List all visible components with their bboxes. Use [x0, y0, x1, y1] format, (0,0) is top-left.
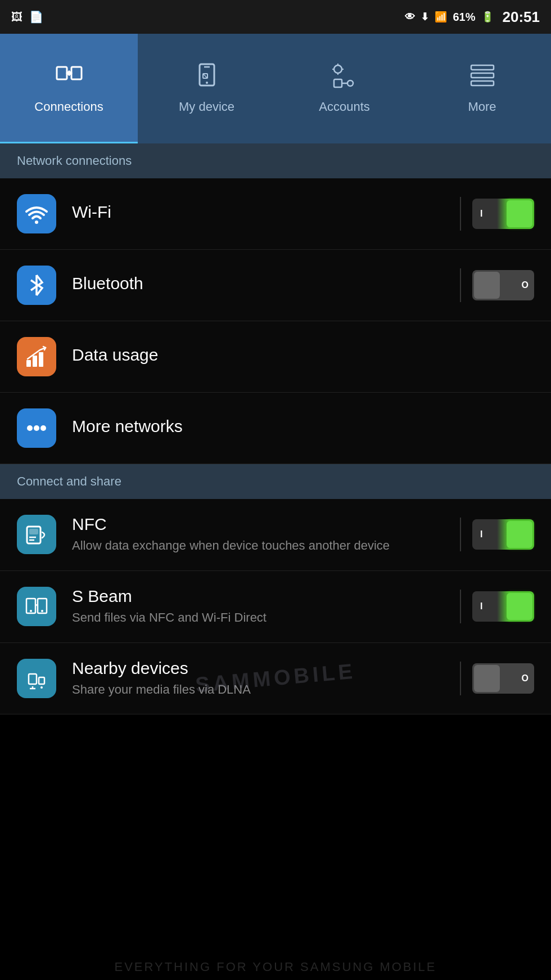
nearby-devices-subtitle: Share your media files via DLNA	[72, 681, 449, 699]
tab-connections[interactable]: Connections	[0, 34, 138, 143]
nfc-divider	[460, 518, 461, 551]
sbeam-content: S Beam Send files via NFC and Wi-Fi Dire…	[72, 587, 449, 627]
svg-point-40	[40, 686, 43, 689]
sbeam-divider	[460, 590, 461, 623]
svg-rect-22	[33, 356, 37, 367]
svg-rect-16	[471, 65, 494, 70]
bluetooth-divider	[460, 268, 461, 302]
nearby-devices-toggle-thumb	[474, 665, 500, 692]
more-icon	[468, 61, 496, 95]
sbeam-toggle-track: I	[472, 591, 534, 622]
status-bar-right-icons: 👁 ⬇ 📶 61% 🔋 20:51	[405, 8, 540, 26]
data-usage-content: Data usage	[72, 345, 534, 368]
status-bar: 🖼 📄 👁 ⬇ 📶 61% 🔋 20:51	[0, 0, 551, 34]
svg-rect-37	[39, 677, 44, 684]
tab-more[interactable]: More	[413, 34, 551, 143]
bluetooth-toggle-label: O	[522, 280, 529, 290]
tab-more-label: More	[468, 100, 496, 114]
battery-icon: 🔋	[481, 11, 494, 23]
wifi-toggle-label: I	[480, 209, 482, 219]
status-bar-left-icons: 🖼 📄	[11, 10, 43, 24]
svg-point-25	[34, 425, 39, 431]
data-usage-title: Data usage	[72, 345, 534, 365]
bluetooth-icon	[17, 266, 56, 305]
svg-point-19	[35, 221, 38, 224]
bluetooth-toggle[interactable]: O	[472, 270, 534, 300]
more-networks-content: More networks	[72, 417, 534, 439]
nfc-icon	[17, 515, 56, 554]
nearby-devices-title: Nearby devices	[72, 659, 449, 678]
tab-bar: Connections My device	[0, 34, 551, 143]
bluetooth-toggle-thumb	[474, 272, 500, 299]
bluetooth-content: Bluetooth	[72, 274, 449, 296]
bluetooth-toggle-track: O	[472, 270, 534, 300]
nearby-devices-toggle-track: O	[472, 663, 534, 694]
wifi-content: Wi-Fi	[72, 203, 449, 225]
wifi-divider	[460, 197, 461, 231]
my-device-icon	[193, 61, 221, 95]
wifi-row[interactable]: Wi-Fi I	[0, 178, 551, 250]
eye-icon: 👁	[405, 11, 415, 23]
nearby-devices-toggle[interactable]: O	[472, 663, 534, 694]
nearby-devices-toggle-label: O	[522, 673, 529, 684]
more-networks-title: More networks	[72, 417, 534, 436]
sbeam-row[interactable]: S Beam Send files via NFC and Wi-Fi Dire…	[0, 571, 551, 643]
bluetooth-row[interactable]: Bluetooth O	[0, 250, 551, 321]
tab-accounts-label: Accounts	[319, 100, 370, 114]
download-icon: ⬇	[421, 11, 429, 23]
svg-point-26	[40, 425, 46, 431]
signal-icon: 📶	[435, 11, 447, 23]
sbeam-toggle-thumb	[507, 593, 532, 620]
sbeam-toggle-label: I	[480, 601, 482, 612]
tab-my-device-label: My device	[179, 100, 234, 114]
section-header-network: Network connections	[0, 143, 551, 178]
wifi-toggle[interactable]: I	[472, 199, 534, 229]
nfc-content: NFC Allow data exchange when device touc…	[72, 515, 449, 555]
svg-rect-36	[29, 674, 37, 684]
accounts-icon	[331, 61, 359, 95]
watermark: EVERYTHING FOR YOUR SAMSUNG MOBILE	[0, 954, 551, 980]
nfc-toggle[interactable]: I	[472, 519, 534, 550]
file-icon: 📄	[29, 10, 43, 24]
more-networks-icon	[17, 408, 56, 448]
svg-rect-18	[471, 81, 494, 86]
bluetooth-title: Bluetooth	[72, 274, 449, 293]
sbeam-toggle[interactable]: I	[472, 591, 534, 622]
nfc-title: NFC	[72, 515, 449, 534]
svg-point-5	[206, 82, 208, 84]
nfc-row[interactable]: NFC Allow data exchange when device touc…	[0, 499, 551, 571]
nfc-subtitle: Allow data exchange when device touches …	[72, 537, 449, 555]
svg-rect-23	[39, 352, 43, 367]
svg-point-24	[27, 425, 33, 431]
nearby-devices-divider	[460, 662, 461, 695]
wifi-toggle-thumb	[507, 200, 532, 227]
svg-point-34	[30, 610, 32, 612]
svg-rect-28	[29, 529, 38, 534]
svg-point-35	[41, 610, 43, 612]
more-networks-row[interactable]: More networks	[0, 393, 551, 464]
nfc-toggle-thumb	[507, 521, 532, 548]
svg-rect-0	[57, 67, 67, 79]
svg-line-7	[203, 74, 207, 78]
svg-rect-8	[334, 79, 342, 87]
sbeam-subtitle: Send files via NFC and Wi-Fi Direct	[72, 609, 449, 627]
svg-point-11	[334, 65, 342, 73]
tab-connections-label: Connections	[34, 100, 103, 114]
nearby-devices-icon	[17, 659, 56, 698]
data-usage-row[interactable]: Data usage	[0, 321, 551, 393]
svg-rect-21	[26, 360, 31, 367]
tab-my-device[interactable]: My device	[138, 34, 276, 143]
wifi-toggle-track: I	[472, 199, 534, 229]
nearby-devices-content: Nearby devices Share your media files vi…	[72, 659, 449, 699]
clock: 20:51	[503, 8, 540, 26]
wifi-title: Wi-Fi	[72, 203, 449, 222]
nearby-devices-row[interactable]: SAMMOBILE Nearby devices Share your medi…	[0, 643, 551, 715]
section-header-connect: Connect and share	[0, 464, 551, 499]
svg-rect-17	[471, 73, 494, 78]
tab-accounts[interactable]: Accounts	[276, 34, 413, 143]
battery-percent: 61%	[453, 11, 475, 24]
data-usage-icon	[17, 337, 56, 376]
svg-rect-1	[71, 67, 82, 79]
connections-icon	[55, 61, 83, 95]
gallery-icon: 🖼	[11, 11, 22, 24]
